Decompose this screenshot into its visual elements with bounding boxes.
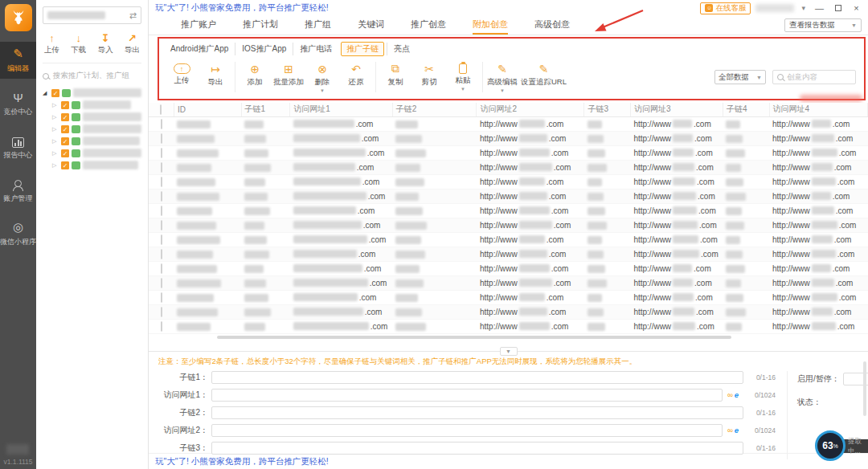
browser-icon[interactable]: e [735,390,739,399]
collapsed-triangle-icon[interactable]: ▷ [52,150,59,157]
row-checkbox[interactable] [161,119,162,129]
row-checkbox[interactable] [161,148,162,158]
panel-import-button[interactable]: ↧导入 [98,32,113,55]
sublink2-input[interactable] [211,406,743,419]
tab-extra-creative[interactable]: 附加创意 [473,18,508,35]
horizontal-scrollbar[interactable] [217,336,731,339]
subtab-highlight[interactable]: 亮点 [387,43,416,55]
row-checkbox[interactable] [161,234,162,245]
sidebar-item-report-center[interactable]: 报告中心 [0,128,36,165]
app-logo[interactable] [5,4,32,31]
view-report-dropdown[interactable]: 查看报告数据 ▼ [784,18,862,32]
tab-plan[interactable]: 推广计划 [243,18,278,35]
row-checkbox[interactable] [161,220,162,230]
account-selector[interactable]: ⇄ [43,6,141,24]
url-prefix: http://www [480,279,518,288]
url2-cell: http://www.com [477,203,584,218]
collapsed-triangle-icon[interactable]: ▷ [52,162,59,169]
url2-input[interactable] [211,424,723,437]
tree-checkbox[interactable] [61,101,69,109]
tree-checkbox[interactable] [51,89,59,97]
row-checkbox[interactable] [161,191,162,202]
close-button[interactable]: × [850,3,863,13]
collapsed-triangle-icon[interactable]: ▷ [52,102,59,108]
creative-search-input[interactable]: 创意内容 [772,70,856,84]
delete-button[interactable]: ⊗删除▼ [305,62,339,92]
row-checkbox[interactable] [161,321,162,332]
collapse-panel-button[interactable]: ▼ [500,347,518,356]
copy-button[interactable]: ⧉复制 [379,62,412,92]
paste-button[interactable]: 粘贴▼ [446,62,480,92]
link-icon[interactable]: ∞ [727,390,733,399]
row-checkbox[interactable] [161,292,162,303]
tree-child-row[interactable]: ▷ [43,159,141,171]
vertical-scrollbar[interactable] [863,361,866,416]
collapsed-triangle-icon[interactable]: ▷ [52,114,59,120]
minimize-button[interactable]: — [813,3,826,13]
switch-account-icon[interactable]: ⇄ [129,10,137,21]
batch-add-button[interactable]: ⊞批量添加 [272,62,305,92]
online-service-button[interactable]: ☺ 在线客服 [700,2,751,14]
upload-button[interactable]: ↑上传 [165,62,199,92]
tree-checkbox[interactable] [61,149,69,157]
row-checkbox[interactable] [161,133,162,144]
browser-icon[interactable]: e [735,426,739,434]
advanced-edit-button[interactable]: ✎高级编辑▼ [485,62,519,92]
tree-checkbox[interactable] [61,161,69,169]
expanded-triangle-icon[interactable]: ◢ [43,90,49,96]
sublink1-input[interactable] [211,371,743,384]
collapsed-triangle-icon[interactable]: ▷ [52,126,59,133]
set-tracking-url-button[interactable]: ✎设置追踪URL [519,62,568,92]
subtab-phone[interactable]: 推广电话 [293,43,338,55]
sidebar-item-account-management[interactable]: 账户管理 [0,172,36,209]
subtab-android-app[interactable]: Android推广App [164,43,235,55]
tree-search-input[interactable]: 搜索推广计划、推广组 [43,63,141,87]
tree-root-row[interactable]: ◢ [43,87,141,99]
tree-checkbox[interactable] [61,137,69,145]
tab-account[interactable]: 推广账户 [181,18,216,35]
row-checkbox[interactable] [161,278,162,288]
link-icon[interactable]: ∞ [727,426,733,434]
select-all-checkbox[interactable] [160,104,162,115]
panel-download-button[interactable]: ↓下载 [71,32,86,55]
url-suffix: .com [694,120,711,128]
url-suffix: .com [833,264,850,273]
promo-banner-top[interactable]: 玩"大"了! 小熊管家免费用，跨平台推广更轻松! [155,2,329,14]
sublink1-cell [241,290,290,304]
sublink3-input[interactable] [211,442,743,455]
tree-checkbox[interactable] [61,125,69,133]
export-button[interactable]: ↦导出 [199,62,232,92]
row-checkbox[interactable] [161,177,162,187]
tree-child-row[interactable]: ▷ [43,147,141,159]
tab-group[interactable]: 推广组 [305,18,331,35]
tree-child-row[interactable]: ▷ [43,111,141,123]
sidebar-item-bid-center[interactable]: Ψ竞价中心 [0,85,36,122]
tree-child-row[interactable]: ▷ [43,99,141,111]
row-checkbox[interactable] [161,162,162,173]
row-checkbox[interactable] [161,263,162,274]
tab-advanced-creative[interactable]: 高级创意 [534,18,570,35]
panel-upload-button[interactable]: ↑上传 [44,32,59,55]
restore-button[interactable]: ↶还原 [339,62,373,92]
subtab-sublink[interactable]: 推广子链 [341,42,384,56]
sidebar-item-wechat-miniprogram[interactable]: ◎微信小程序 [0,215,36,252]
maximize-button[interactable] [831,3,845,13]
panel-export-button[interactable]: ↗导出 [125,32,140,55]
cut-button[interactable]: ✂剪切 [412,62,446,92]
tab-keyword[interactable]: 关键词 [358,18,384,35]
data-filter-dropdown[interactable]: 全部数据 ▼ [714,70,766,84]
titlebar-dropdown-caret-icon[interactable]: ▾ [799,4,808,12]
subtab-ios-app[interactable]: IOS推广App [235,43,293,55]
creative-search-placeholder: 创意内容 [787,72,817,83]
sidebar-item-editor[interactable]: ✎编辑器 [0,42,36,79]
tree-child-row[interactable]: ▷ [43,123,141,135]
add-button[interactable]: ⊕添加 [238,62,272,92]
url1-input[interactable] [211,389,723,402]
tree-checkbox[interactable] [61,113,69,121]
collapsed-triangle-icon[interactable]: ▷ [52,138,59,145]
tree-child-row[interactable]: ▷ [43,135,141,147]
tab-creative[interactable]: 推广创意 [411,18,446,35]
row-checkbox[interactable] [161,307,162,317]
row-checkbox[interactable] [161,249,162,259]
row-checkbox[interactable] [161,206,162,216]
